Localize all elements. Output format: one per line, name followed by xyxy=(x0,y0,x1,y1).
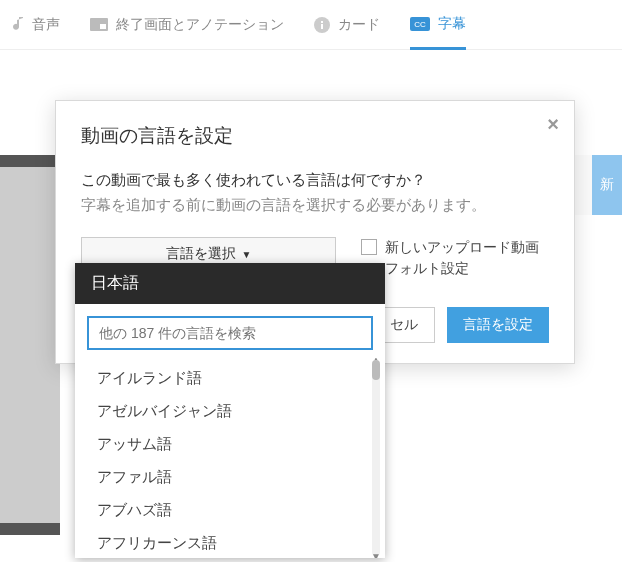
svg-rect-3 xyxy=(321,24,323,29)
language-search-input[interactable] xyxy=(87,316,373,350)
dropdown-search-wrap xyxy=(75,304,385,358)
tabbar: 音声 終了画面とアノテーション カード CC 字幕 xyxy=(0,0,622,50)
default-upload-checkbox[interactable]: 新しいアップロード動画 フォルト設定 xyxy=(361,237,539,279)
dropdown-item[interactable]: アブハズ語 xyxy=(75,494,385,527)
endscreen-icon xyxy=(90,18,108,31)
tab-cards[interactable]: カード xyxy=(314,0,380,49)
tab-endscreen[interactable]: 終了画面とアノテーション xyxy=(90,0,284,49)
checkbox-label: 新しいアップロード動画 フォルト設定 xyxy=(385,237,539,279)
cc-icon: CC xyxy=(410,17,430,31)
checkbox-box[interactable] xyxy=(361,239,377,255)
scroll-track[interactable] xyxy=(372,360,380,556)
tab-subtitles[interactable]: CC 字幕 xyxy=(410,1,466,50)
language-dropdown: 日本語 アイルランド語 アゼルバイジャン語 アッサム語 アファル語 アブハズ語 … xyxy=(75,263,385,558)
dropdown-item[interactable]: アイルランド語 xyxy=(75,362,385,395)
modal-subtitle: 字幕を追加する前に動画の言語を選択する必要があります。 xyxy=(81,196,549,215)
modal-question: この動画で最も多く使われている言語は何ですか？ xyxy=(81,171,549,190)
language-select-label: 言語を選択 xyxy=(166,245,236,263)
svg-rect-4 xyxy=(321,21,323,23)
tab-audio[interactable]: 音声 xyxy=(10,0,60,49)
tab-label: 字幕 xyxy=(438,15,466,33)
tab-label: 音声 xyxy=(32,16,60,34)
dropdown-scrollbar[interactable]: ▲ ▼ xyxy=(369,358,383,558)
music-note-icon xyxy=(10,17,24,33)
modal-title: 動画の言語を設定 xyxy=(81,123,549,149)
confirm-button[interactable]: 言語を設定 xyxy=(447,307,549,343)
dropdown-item[interactable]: アゼルバイジャン語 xyxy=(75,395,385,428)
peek-label: 新 xyxy=(600,176,614,194)
tab-label: カード xyxy=(338,16,380,34)
new-language-button-peek[interactable]: 新 xyxy=(592,155,622,215)
close-icon[interactable]: × xyxy=(547,113,559,136)
svg-rect-1 xyxy=(100,24,106,29)
dropdown-header[interactable]: 日本語 xyxy=(75,263,385,304)
tab-label: 終了画面とアノテーション xyxy=(116,16,284,34)
svg-text:CC: CC xyxy=(414,20,426,29)
chevron-down-icon: ▼ xyxy=(242,249,252,260)
dropdown-item[interactable]: アフリカーンス語 xyxy=(75,527,385,558)
dropdown-item[interactable]: アファル語 xyxy=(75,461,385,494)
info-icon xyxy=(314,17,330,33)
scroll-thumb[interactable] xyxy=(372,360,380,380)
video-thumbnail xyxy=(0,155,60,535)
scroll-down-icon[interactable]: ▼ xyxy=(371,551,381,558)
dropdown-list: アイルランド語 アゼルバイジャン語 アッサム語 アファル語 アブハズ語 アフリカ… xyxy=(75,358,385,558)
dropdown-item[interactable]: アッサム語 xyxy=(75,428,385,461)
